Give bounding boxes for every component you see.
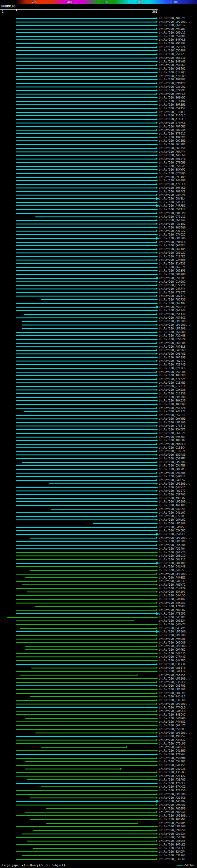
hit-label[interactable]: UniRef100_B7FMC8 — [159, 121, 186, 125]
hit-bar[interactable] — [16, 422, 156, 423]
hit-bar[interactable] — [16, 242, 156, 243]
hit-bar[interactable] — [16, 112, 156, 113]
hit-bar[interactable] — [16, 281, 156, 282]
hit-bar[interactable] — [16, 54, 156, 55]
hit-bar[interactable] — [16, 437, 156, 438]
hit-bar[interactable] — [16, 195, 156, 195]
hit-label[interactable]: UniRef100_B4EC47 — [159, 713, 186, 716]
hit-bar[interactable] — [16, 249, 156, 250]
hit-label[interactable]: UniRef100_Q75V11 — [159, 215, 186, 219]
hit-label[interactable]: UniRef100_C4LM48 — [159, 565, 186, 568]
hit-bar[interactable] — [16, 599, 156, 600]
hit-label[interactable]: UniRef100_Q4UY15 — [159, 486, 186, 489]
hit-label[interactable]: UniRef100_Q00JP3 — [159, 467, 186, 471]
hit-bar[interactable] — [16, 119, 156, 120]
hit-bar[interactable] — [16, 18, 156, 19]
hit-label[interactable]: UniRef100_C1BG76 — [159, 449, 186, 453]
hit-bar[interactable] — [16, 400, 156, 401]
hit-label[interactable]: UniRef100_A7S9P1 — [159, 612, 186, 616]
hit-bar[interactable] — [49, 484, 156, 484]
hit-bar[interactable] — [16, 736, 156, 737]
hit-bar[interactable] — [16, 227, 156, 228]
hit-label[interactable]: UniRef100_B3L734 — [159, 662, 186, 666]
hit-label[interactable]: UniRef100_C5P157 — [159, 106, 186, 110]
hit-bar[interactable] — [33, 848, 156, 849]
hit-bar[interactable] — [16, 141, 156, 141]
hit-label[interactable]: UniRef100_B8C045 — [159, 128, 186, 132]
hit-label[interactable]: UniRef100_C1GK99 — [159, 99, 186, 103]
hit-bar[interactable] — [16, 155, 156, 156]
hit-label[interactable]: UniRef100_P62299 — [159, 355, 186, 359]
hit-label[interactable]: UniRef100_C5YMD1 — [159, 34, 186, 38]
hit-bar[interactable] — [16, 685, 156, 686]
hit-bar[interactable] — [30, 798, 156, 798]
hit-label[interactable]: UniRef100_B0YCP0 — [159, 211, 186, 215]
hit-label[interactable]: UniRef100_Q8MU62 — [159, 518, 186, 522]
hit-bar[interactable] — [16, 36, 156, 37]
hit-label[interactable]: UniRef100_B2WCZ9 — [159, 338, 186, 341]
hit-bar[interactable] — [16, 32, 156, 33]
hit-label[interactable]: UniRef100_A4RRB1 — [159, 204, 186, 208]
hit-label[interactable]: UniRef100_A4UJB7 — [159, 799, 186, 803]
hit-label[interactable]: UniRef100_Q013P3 — [159, 269, 186, 273]
hit-bar[interactable] — [16, 740, 156, 741]
hit-label[interactable]: UniRef100_C5FT17 — [159, 208, 186, 211]
hit-bar[interactable] — [16, 104, 156, 105]
hit-bar[interactable] — [16, 801, 156, 802]
hit-bar[interactable] — [22, 321, 156, 322]
hit-label[interactable]: UniRef100_Q4I039 — [159, 579, 186, 583]
hit-bar[interactable] — [16, 397, 156, 398]
hit-bar[interactable] — [16, 274, 156, 275]
hit-bar[interactable] — [16, 61, 156, 62]
hit-bar[interactable] — [30, 570, 156, 571]
hit-bar[interactable] — [41, 747, 126, 748]
hit-label[interactable]: UniRef100_Q9GZR6 — [159, 471, 186, 475]
hit-bar[interactable] — [16, 595, 156, 596]
hit-label[interactable]: UniRef100_Q69U12 — [159, 23, 186, 27]
hit-bar[interactable] — [16, 256, 156, 257]
hit-bar[interactable] — [16, 220, 156, 221]
hit-label[interactable]: UniRef100_A4RFG9 — [159, 153, 186, 157]
hit-label[interactable]: UniRef100_P59223 — [159, 52, 186, 56]
hit-bar[interactable] — [16, 130, 156, 130]
hit-bar[interactable] — [27, 779, 156, 780]
hit-bar[interactable] — [16, 527, 156, 528]
hit-bar[interactable] — [16, 631, 156, 632]
hit-label[interactable]: UniRef100_A3LUZ2 — [159, 229, 186, 233]
hit-bar[interactable] — [16, 458, 156, 459]
hit-label[interactable]: UniRef100_P49369 — [159, 348, 186, 352]
hit-bar[interactable] — [16, 177, 156, 178]
hit-bar[interactable] — [16, 754, 156, 755]
hit-label[interactable]: UniRef100_C4M753 — [159, 525, 186, 529]
hit-label[interactable]: UniRef100_Q9M4Y9 — [159, 81, 186, 85]
hit-bar[interactable] — [16, 750, 156, 751]
hit-bar[interactable] — [16, 90, 156, 91]
hit-label[interactable]: UniRef100_B9T4K0 — [159, 186, 186, 190]
hit-label[interactable]: UniRef100_C4WL55 — [159, 594, 186, 597]
hit-bar[interactable] — [16, 288, 156, 289]
hit-bar[interactable] — [41, 786, 156, 787]
hit-bar[interactable] — [25, 761, 156, 762]
hit-bar[interactable] — [16, 133, 156, 134]
hit-label[interactable]: UniRef100_B4QBJ5 — [159, 652, 186, 655]
hit-label[interactable]: UniRef100_Q8ITU0 — [159, 561, 186, 565]
hit-bar[interactable] — [16, 115, 156, 116]
hit-label[interactable]: UniRef100_Q4DS51 — [159, 507, 186, 511]
hit-bar[interactable] — [16, 101, 156, 102]
hit-label[interactable]: UniRef100_Q4PCV5 — [159, 193, 186, 197]
hit-label[interactable]: UniRef100_UP1000... — [159, 702, 191, 706]
hit-bar[interactable] — [16, 805, 156, 805]
hit-bar[interactable] — [16, 230, 156, 231]
hit-label[interactable]: UniRef100_A0NDE8 — [159, 442, 186, 446]
hit-label[interactable]: UniRef100_P62277 — [159, 359, 186, 363]
hit-bar[interactable] — [16, 455, 156, 456]
hit-bar[interactable] — [16, 429, 156, 430]
hit-label[interactable]: UniRef100_C3KJA6 — [159, 388, 186, 392]
hit-bar[interactable] — [16, 263, 156, 264]
hit-bar[interactable] — [16, 844, 156, 845]
hit-bar[interactable] — [16, 758, 156, 759]
hit-bar[interactable] — [20, 675, 136, 676]
hit-bar[interactable] — [25, 577, 156, 578]
hit-label[interactable]: UniRef100_C5E2U9 — [159, 276, 186, 280]
hit-bar[interactable] — [16, 404, 156, 405]
